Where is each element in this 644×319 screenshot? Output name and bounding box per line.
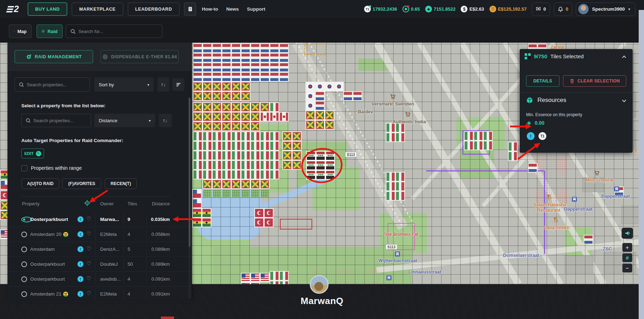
flag-tile-it[interactable]	[396, 192, 404, 200]
flag-tile-nl[interactable]	[242, 63, 250, 71]
raid-info-icon[interactable]: !	[77, 246, 83, 252]
flag-tile-nl[interactable]	[203, 63, 211, 71]
flag-tile-it[interactable]	[213, 132, 221, 140]
flag-tile-gh[interactable]	[193, 218, 201, 227]
flag-tile-nl[interactable]	[232, 73, 240, 81]
favorite-heart-icon[interactable]: ♡	[86, 231, 91, 237]
flag-tile-it[interactable]	[270, 161, 278, 169]
flag-tile-it[interactable]	[194, 142, 202, 150]
properties-search-input[interactable]	[27, 82, 86, 87]
flag-tile-us[interactable]	[242, 283, 250, 284]
flag-tile-nl[interactable]	[203, 73, 211, 81]
column-tiles[interactable]: Tiles	[128, 201, 137, 206]
property-radio[interactable]	[21, 232, 27, 237]
flag-tile-nl[interactable]	[251, 44, 259, 52]
news-link[interactable]: News	[226, 6, 239, 12]
flag-tile-gd[interactable]	[194, 82, 202, 91]
flag-tile-it[interactable]	[194, 161, 202, 169]
raid-info-icon[interactable]: !	[77, 291, 83, 297]
flag-tile-gd[interactable]	[213, 122, 221, 130]
flag-tile-nl[interactable]	[251, 54, 259, 62]
flag-tile-gd[interactable]	[261, 103, 269, 111]
flag-tile-dot[interactable]	[261, 190, 269, 198]
flag-tile-gd[interactable]	[222, 82, 231, 91]
flag-tile-gd[interactable]	[261, 180, 269, 188]
flag-tile-gd[interactable]	[306, 121, 314, 129]
flag-tile-it[interactable]	[203, 171, 211, 179]
flag-tile-gd[interactable]	[316, 121, 324, 129]
flag-tile-gd[interactable]	[242, 180, 250, 188]
flag-tile-gd[interactable]	[242, 113, 250, 121]
raid-mode-button[interactable]: Raid	[37, 25, 63, 38]
page-scrollbar[interactable]	[639, 10, 644, 319]
flag-tile-gd[interactable]	[213, 92, 221, 100]
flag-tile-gd[interactable]	[213, 82, 221, 91]
flag-tile-it[interactable]	[242, 161, 250, 169]
flag-tile-nl[interactable]	[213, 73, 221, 81]
selected-flag-tile-iq[interactable]	[326, 161, 334, 169]
flag-tile-gd[interactable]	[283, 132, 291, 140]
flag-tile-nl[interactable]	[270, 54, 278, 62]
flag-tile-it[interactable]	[232, 132, 240, 140]
credits-balance[interactable]: ☰E$125,192.57	[489, 6, 527, 12]
properties-search[interactable]	[15, 77, 90, 92]
howto-link[interactable]: How-to	[202, 6, 218, 12]
flag-tile-gd[interactable]	[283, 151, 291, 160]
map-mode-button[interactable]: Map	[9, 25, 32, 38]
flag-tile-tr[interactable]	[265, 209, 273, 217]
flag-tile-gd[interactable]	[251, 180, 259, 188]
flag-tile-gd[interactable]	[293, 132, 301, 140]
flag-tile-it[interactable]	[270, 103, 278, 111]
flag-tile-nl[interactable]	[242, 44, 250, 52]
essence-balance[interactable]: ◆7151.8522	[425, 6, 455, 12]
flag-tile-nl[interactable]	[194, 63, 202, 71]
flag-tile-nl[interactable]	[529, 164, 537, 172]
flag-tile-nl[interactable]	[344, 92, 352, 100]
flag-tile-it[interactable]	[261, 132, 269, 140]
flag-tile-it[interactable]	[465, 132, 473, 140]
flag-tile-it[interactable]	[270, 142, 278, 150]
table-row[interactable]: Amsterdam!♡DenizA...50.089km	[7, 242, 192, 257]
flag-tile-it[interactable]	[222, 151, 231, 160]
raid-info-icon[interactable]: !	[77, 261, 83, 267]
flag-tile-it[interactable]	[242, 171, 250, 179]
flag-tile-it[interactable]	[203, 161, 211, 169]
flag-tile-it[interactable]	[261, 161, 269, 169]
flag-tile-it[interactable]	[222, 132, 231, 140]
usd-balance[interactable]: $E$2.63	[461, 6, 484, 12]
flag-tile-it[interactable]	[509, 142, 517, 151]
flag-tile-it[interactable]	[251, 171, 259, 179]
selected-flag-tile-iq[interactable]	[316, 171, 325, 179]
property-radio[interactable]	[21, 247, 27, 252]
selected-flag-tile-iq[interactable]	[316, 161, 325, 169]
flag-tile-gd[interactable]	[251, 113, 259, 121]
flag-tile-nl[interactable]	[316, 92, 324, 100]
flag-tile-dot[interactable]	[232, 190, 240, 198]
flag-tile-nl[interactable]	[251, 63, 259, 71]
flag-tile-tr[interactable]	[255, 218, 263, 227]
buy-land-button[interactable]: BUY LAND	[28, 2, 67, 16]
flag-tile-tr[interactable]	[265, 218, 273, 227]
flag-tile-gd[interactable]	[325, 121, 334, 129]
flag-tile-dot[interactable]	[203, 190, 211, 198]
details-button[interactable]: DETAILS	[526, 75, 559, 87]
support-link[interactable]: Support	[247, 6, 265, 12]
flag-tile-us[interactable]	[251, 283, 259, 284]
flag-tile-it[interactable]	[386, 133, 395, 141]
radar-balance[interactable]: 0.65	[402, 6, 420, 12]
flag-tile-us[interactable]	[261, 274, 269, 282]
favorite-heart-icon[interactable]: ♡	[86, 290, 91, 297]
flag-tile-it[interactable]	[242, 142, 250, 150]
flag-tile-it[interactable]	[396, 182, 404, 190]
flag-tile-kr[interactable]	[335, 82, 343, 91]
column-owner[interactable]: Owner	[100, 201, 114, 206]
recent-button[interactable]: RECEN(T)	[105, 178, 137, 189]
flag-tile-gd[interactable]	[222, 92, 231, 100]
flag-tile-ca[interactable]	[270, 113, 278, 121]
flag-tile-it[interactable]	[280, 281, 288, 284]
favorite-heart-icon[interactable]: ♡	[86, 260, 91, 267]
flag-tile-gd[interactable]	[293, 151, 301, 160]
flag-tile-gd[interactable]	[232, 103, 240, 111]
flag-tile-gd[interactable]	[194, 122, 202, 130]
e2-logo[interactable]: 2	[7, 4, 18, 14]
